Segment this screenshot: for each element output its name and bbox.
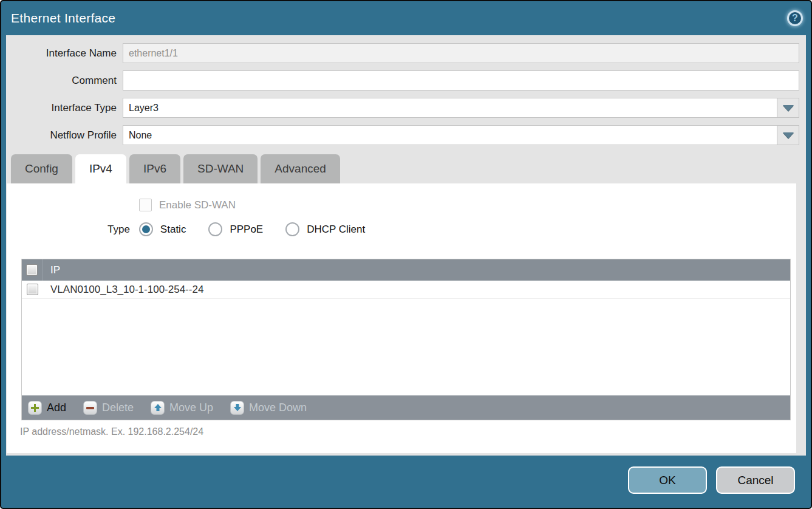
ok-button[interactable]: OK xyxy=(628,466,707,494)
radio-static-label[interactable]: Static xyxy=(160,224,186,236)
row-checkbox-cell xyxy=(22,281,43,298)
row-checkbox[interactable] xyxy=(27,284,38,295)
netflow-profile-value[interactable]: None xyxy=(123,125,777,145)
radio-dhcp-client[interactable] xyxy=(285,222,299,236)
type-label: Type xyxy=(107,224,130,236)
arrow-up-icon xyxy=(151,401,165,415)
interface-type-row: Interface Type Layer3 xyxy=(6,98,799,118)
ip-table-header: IP xyxy=(22,259,790,281)
move-down-button-label: Move Down xyxy=(249,401,307,414)
tab-bar: Config IPv4 IPv6 SD-WAN Advanced xyxy=(11,154,806,183)
add-button-label: Add xyxy=(47,401,66,414)
netflow-profile-dropdown-button[interactable] xyxy=(777,125,799,145)
radio-pppoe-label[interactable]: PPPoE xyxy=(230,224,263,236)
comment-label: Comment xyxy=(6,75,123,87)
ip-table: IP VLAN0100_L3_10-1-100-254--24 xyxy=(21,259,791,420)
tab-ipv6[interactable]: IPv6 xyxy=(129,154,180,183)
dialog-content: Interface Name Comment Interface Type La… xyxy=(6,35,806,456)
enable-sdwan-row: Enable SD-WAN xyxy=(7,183,796,211)
header-checkbox-cell xyxy=(22,259,43,281)
delete-button[interactable]: Delete xyxy=(83,401,134,415)
netflow-profile-row: Netflow Profile None xyxy=(6,125,799,145)
move-down-button[interactable]: Move Down xyxy=(230,401,307,415)
dialog-title: Ethernet Interface xyxy=(11,11,115,26)
enable-sdwan-checkbox[interactable] xyxy=(139,199,152,211)
tab-advanced[interactable]: Advanced xyxy=(261,154,340,183)
table-toolbar: Add Delete Move Up xyxy=(22,395,790,420)
chevron-down-icon xyxy=(783,132,794,138)
comment-field[interactable] xyxy=(123,70,799,91)
ethernet-interface-dialog: Ethernet Interface ? Interface Name Comm… xyxy=(0,0,812,509)
dialog-titlebar: Ethernet Interface ? xyxy=(1,1,811,35)
tab-ipv4[interactable]: IPv4 xyxy=(75,154,126,183)
cancel-button[interactable]: Cancel xyxy=(716,466,795,494)
radio-dot xyxy=(142,225,150,233)
interface-form: Interface Name Comment Interface Type La… xyxy=(6,35,806,145)
plus-icon xyxy=(28,401,42,415)
netflow-profile-label: Netflow Profile xyxy=(6,129,123,142)
interface-type-label: Interface Type xyxy=(6,102,123,114)
type-radio-group: Type Static PPPoE DHCP Client xyxy=(107,222,796,236)
move-up-button[interactable]: Move Up xyxy=(151,401,213,415)
interface-type-combo[interactable]: Layer3 xyxy=(123,98,799,118)
enable-sdwan-label: Enable SD-WAN xyxy=(159,199,236,211)
interface-type-value[interactable]: Layer3 xyxy=(123,98,777,118)
interface-name-label: Interface Name xyxy=(6,47,123,60)
help-icon[interactable]: ? xyxy=(787,10,803,26)
tab-sdwan[interactable]: SD-WAN xyxy=(183,154,258,183)
tab-config[interactable]: Config xyxy=(11,154,72,183)
interface-name-field xyxy=(123,43,799,63)
interface-name-row: Interface Name xyxy=(6,43,799,63)
netflow-profile-combo[interactable]: None xyxy=(123,125,799,145)
dialog-footer: OK Cancel xyxy=(628,466,795,494)
ip-row-value[interactable]: VLAN0100_L3_10-1-100-254--24 xyxy=(43,284,203,296)
radio-pppoe[interactable] xyxy=(208,222,222,236)
ip-format-hint: IP address/netmask. Ex. 192.168.2.254/24 xyxy=(20,426,203,437)
arrow-down-icon xyxy=(230,401,244,415)
move-up-button-label: Move Up xyxy=(169,401,213,414)
interface-type-dropdown-button[interactable] xyxy=(777,98,799,118)
radio-static[interactable] xyxy=(139,222,153,236)
ip-table-body: VLAN0100_L3_10-1-100-254--24 xyxy=(22,281,790,395)
select-all-checkbox[interactable] xyxy=(26,264,38,276)
radio-dhcp-client-label[interactable]: DHCP Client xyxy=(307,224,365,236)
comment-row: Comment xyxy=(6,70,799,91)
ip-column-header: IP xyxy=(43,264,60,276)
chevron-down-icon xyxy=(783,105,794,111)
minus-icon xyxy=(83,401,97,415)
ipv4-tab-panel: Enable SD-WAN Type Static PPPoE DHCP Cli… xyxy=(7,183,796,453)
delete-button-label: Delete xyxy=(102,401,134,414)
add-button[interactable]: Add xyxy=(28,401,66,415)
table-row[interactable]: VLAN0100_L3_10-1-100-254--24 xyxy=(22,281,790,299)
